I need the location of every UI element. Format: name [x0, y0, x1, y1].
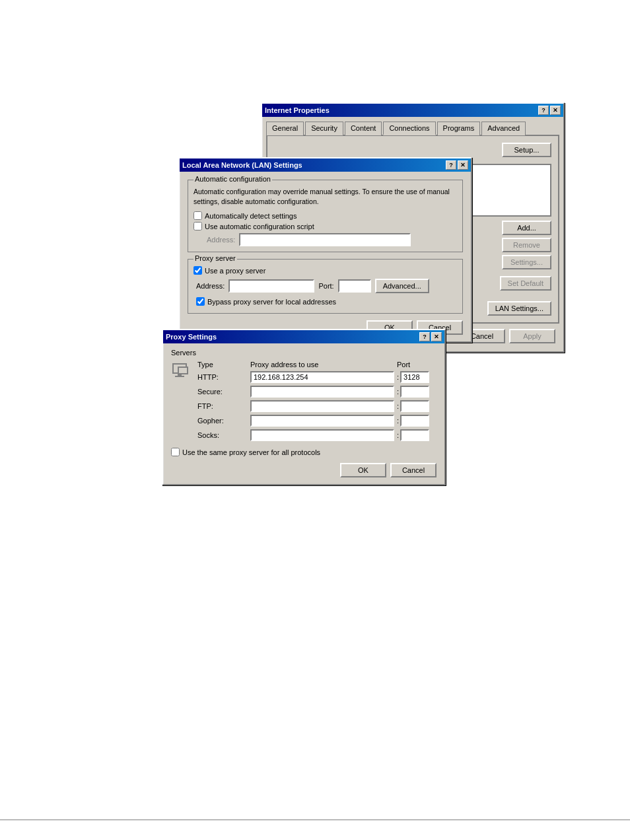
use-proxy-checkbox[interactable]: Use a proxy server — [193, 266, 457, 275]
ftp-row: FTP: : — [197, 400, 437, 412]
proxy-settings-dialog[interactable]: Proxy Settings ? ✕ Servers — [162, 329, 446, 485]
ftp-colon: : — [397, 402, 399, 410]
http-row: HTTP: : — [197, 371, 437, 383]
secure-port-input[interactable] — [400, 386, 429, 398]
bypass-proxy-input[interactable] — [196, 297, 205, 306]
servers-label: Servers — [171, 349, 196, 357]
tab-content[interactable]: Content — [345, 122, 382, 135]
gopher-colon: : — [397, 417, 399, 425]
http-label: HTTP: — [197, 373, 250, 381]
proxy-server-group: Proxy server Use a proxy server Address:… — [188, 259, 463, 314]
internet-properties-title: Internet Properties — [265, 106, 330, 114]
tab-programs[interactable]: Programs — [437, 122, 481, 135]
proxy-help-button[interactable]: ? — [419, 332, 430, 341]
ftp-label: FTP: — [197, 402, 250, 410]
apply-button[interactable]: Apply — [509, 329, 555, 343]
lan-settings-dialog[interactable]: Local Area Network (LAN) Settings ? ✕ Au… — [178, 157, 472, 343]
use-proxy-input[interactable] — [193, 266, 202, 275]
ftp-port-input[interactable] — [400, 400, 429, 412]
remove-button[interactable]: Remove — [502, 238, 551, 252]
proxy-settings-title: Proxy Settings — [166, 333, 217, 341]
lan-settings-body: Automatic configuration Automatic config… — [180, 172, 471, 341]
proxy-settings-titlebar: Proxy Settings ? ✕ — [163, 330, 444, 343]
lan-close-button[interactable]: ✕ — [458, 160, 468, 170]
proxy-server-label: Proxy server — [193, 254, 237, 262]
close-button[interactable]: ✕ — [550, 106, 561, 115]
socks-address-input[interactable] — [250, 429, 394, 441]
http-colon: : — [397, 373, 399, 381]
auto-detect-input[interactable] — [193, 211, 202, 220]
proxy-titlebar-buttons: ? ✕ — [419, 332, 442, 341]
proxy-address-label: Address: — [196, 282, 225, 290]
auto-script-checkbox[interactable]: Use automatic configuration script — [193, 222, 457, 230]
internet-properties-titlebar: Internet Properties ? ✕ — [262, 104, 563, 117]
auto-detect-checkbox[interactable]: Automatically detect settings — [193, 211, 457, 220]
setup-button[interactable]: Setup... — [502, 143, 551, 157]
gopher-address-input[interactable] — [250, 415, 394, 427]
tab-security[interactable]: Security — [305, 122, 343, 135]
socks-port-input[interactable] — [400, 429, 429, 441]
bypass-proxy-checkbox[interactable]: Bypass proxy server for local addresses — [196, 297, 457, 306]
lan-settings-title: Local Area Network (LAN) Settings — [182, 161, 302, 169]
secure-colon: : — [397, 388, 399, 396]
address-input[interactable] — [239, 233, 411, 246]
add-button[interactable]: Add... — [502, 221, 551, 235]
settings-button[interactable]: Settings... — [502, 255, 551, 269]
bottom-separator — [0, 820, 630, 820]
titlebar-buttons: ? ✕ — [538, 106, 561, 115]
auto-detect-label: Automatically detect settings — [205, 212, 297, 220]
socks-row: Socks: : — [197, 429, 437, 441]
server-icon — [171, 363, 190, 382]
advanced-button[interactable]: Advanced... — [375, 279, 429, 293]
same-proxy-checkbox[interactable]: Use the same proxy server for all protoc… — [171, 448, 437, 456]
socks-colon: : — [397, 431, 399, 439]
auto-config-label: Automatic configuration — [193, 175, 272, 183]
http-address-input[interactable] — [250, 371, 394, 383]
same-proxy-input[interactable] — [171, 448, 180, 456]
proxy-ok-button[interactable]: OK — [340, 463, 386, 477]
lan-settings-titlebar: Local Area Network (LAN) Settings ? ✕ — [180, 158, 471, 172]
secure-address-input[interactable] — [250, 386, 394, 398]
auto-config-desc: Automatic configuration may override man… — [193, 187, 457, 206]
tab-bar: General Security Content Connections Pro… — [266, 121, 559, 136]
auto-script-input[interactable] — [193, 222, 202, 230]
secure-label: Secure: — [197, 388, 250, 396]
proxy-cancel-button[interactable]: Cancel — [390, 463, 437, 477]
lan-help-button[interactable]: ? — [446, 160, 456, 170]
same-proxy-label: Use the same proxy server for all protoc… — [182, 448, 320, 456]
secure-row: Secure: : — [197, 386, 437, 398]
proxy-settings-body: Servers Type Proxy address — [163, 343, 444, 484]
tab-advanced[interactable]: Advanced — [481, 122, 526, 135]
use-proxy-label: Use a proxy server — [205, 267, 265, 275]
gopher-label: Gopher: — [197, 417, 250, 425]
port-col-header: Port — [397, 361, 437, 368]
tab-connections[interactable]: Connections — [383, 122, 435, 135]
gopher-row: Gopher: : — [197, 415, 437, 427]
proxy-table: Type Proxy address to use Port HTTP: : S… — [197, 361, 437, 445]
proxy-port-input[interactable] — [338, 279, 371, 293]
address-label: Address: — [207, 236, 235, 244]
proxy-port-label: Port: — [318, 282, 333, 290]
ftp-address-input[interactable] — [250, 400, 394, 412]
help-button[interactable]: ? — [538, 106, 549, 115]
address-col-header: Proxy address to use — [250, 361, 397, 368]
type-col-header: Type — [197, 361, 250, 368]
socks-label: Socks: — [197, 431, 250, 439]
lan-titlebar-buttons: ? ✕ — [446, 160, 468, 170]
lan-settings-button[interactable]: LAN Settings... — [487, 301, 551, 316]
auto-config-group: Automatic configuration Automatic config… — [188, 180, 463, 252]
bypass-proxy-label: Bypass proxy server for local addresses — [207, 298, 336, 306]
http-port-input[interactable] — [400, 371, 429, 383]
set-default-button[interactable]: Set Default — [500, 276, 551, 291]
proxy-address-input[interactable] — [228, 279, 314, 293]
auto-script-label: Use automatic configuration script — [205, 223, 314, 230]
tab-general[interactable]: General — [266, 122, 304, 135]
gopher-port-input[interactable] — [400, 415, 429, 427]
proxy-close-button[interactable]: ✕ — [431, 332, 442, 341]
